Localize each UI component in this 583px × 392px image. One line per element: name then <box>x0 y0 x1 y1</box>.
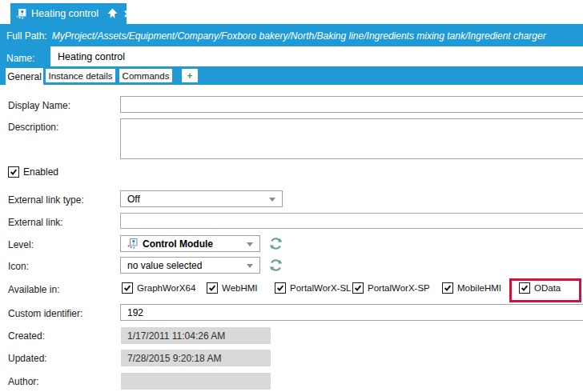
refresh-icon[interactable] <box>269 237 283 250</box>
document-tab-title: Heating control <box>31 8 99 19</box>
updated-timestamp: 7/28/2015 9:20:18 AM <box>127 353 221 364</box>
external-link-type-label: External link type: <box>8 194 84 206</box>
navigate-up-icon[interactable] <box>107 8 119 19</box>
checkbox-checked-icon <box>519 282 530 294</box>
checkbox-label: GraphWorX64 <box>137 283 195 293</box>
external-link-type-dropdown[interactable]: Off <box>120 190 283 207</box>
level-value: Control Module <box>143 238 213 250</box>
checkbox-checked-icon <box>122 282 133 294</box>
name-label: Name: <box>6 53 34 64</box>
custom-identifier-value: 192 <box>127 307 143 318</box>
checkbox-odata[interactable]: OData <box>519 282 561 294</box>
checkbox-label: PortalWorX-SL <box>290 283 351 293</box>
full-path-label: Full Path: <box>6 30 47 42</box>
tab-general[interactable]: General <box>6 68 43 85</box>
close-icon[interactable]: ✕ <box>123 9 132 19</box>
created-value: 1/17/2011 11:04:26 AM <box>121 327 271 344</box>
document-tab[interactable]: Heating control ✕ <box>10 3 127 24</box>
checkbox-checked-icon <box>207 282 218 294</box>
breadcrumb: MyProject/Assets/Equipment/Company/Foxbo… <box>52 30 546 42</box>
full-path-row: Full Path:MyProject/Assets/Equipment/Com… <box>6 30 546 42</box>
created-timestamp: 1/17/2011 11:04:26 AM <box>127 330 225 342</box>
checkbox-checked-icon <box>8 166 19 178</box>
name-value: Heating control <box>58 51 125 62</box>
control-module-icon <box>16 9 26 19</box>
checkbox-portalworx-sl[interactable]: PortalWorX-SL <box>275 282 351 294</box>
checkbox-label: PortalWorX-SP <box>368 283 430 293</box>
display-name-label: Display Name: <box>8 100 70 111</box>
description-textarea[interactable] <box>120 118 583 159</box>
external-link-type-value: Off <box>127 194 140 205</box>
author-value <box>121 373 271 390</box>
icon-label: Icon: <box>8 261 29 272</box>
asset-property-editor: Heating control ✕ Full Path:MyProject/As… <box>0 0 583 392</box>
checkbox-graphworx64[interactable]: GraphWorX64 <box>122 282 195 294</box>
external-link-label: External link: <box>8 217 63 228</box>
author-label: Author: <box>8 376 39 387</box>
external-link-input[interactable] <box>120 213 583 229</box>
level-dropdown[interactable]: Control Module <box>120 235 260 252</box>
custom-identifier-label: Custom identifier: <box>8 308 82 319</box>
icon-dropdown[interactable]: no value selected <box>120 257 260 274</box>
updated-label: Updated: <box>8 353 47 364</box>
enabled-label: Enabled <box>23 166 58 178</box>
checkbox-checked-icon <box>442 282 453 294</box>
custom-identifier-input[interactable]: 192 <box>120 304 583 321</box>
updated-value: 7/28/2015 9:20:18 AM <box>121 350 271 366</box>
checkbox-label: MobileHMI <box>457 283 501 293</box>
chevron-down-icon <box>269 198 275 202</box>
chevron-down-icon <box>247 242 253 246</box>
enabled-checkbox[interactable]: Enabled <box>8 166 58 178</box>
refresh-icon[interactable] <box>269 258 283 272</box>
checkbox-mobilehmi[interactable]: MobileHMI <box>442 282 501 294</box>
name-input[interactable]: Heating control <box>50 46 583 66</box>
control-module-icon <box>127 238 138 249</box>
chevron-down-icon <box>247 264 253 268</box>
created-label: Created: <box>8 330 45 342</box>
checkbox-checked-icon <box>275 282 286 294</box>
checkbox-checked-icon <box>352 282 364 294</box>
icon-value: no value selected <box>127 260 202 271</box>
description-label: Description: <box>8 122 58 133</box>
checkbox-label: OData <box>534 283 561 293</box>
tab-add[interactable]: + <box>182 69 198 82</box>
level-label: Level: <box>8 239 34 250</box>
checkbox-webhmi[interactable]: WebHMI <box>207 282 258 294</box>
tab-instance-details[interactable]: Instance details <box>46 69 115 82</box>
tab-commands[interactable]: Commands <box>119 69 172 82</box>
checkbox-label: WebHMI <box>222 283 258 293</box>
checkbox-portalworx-sp[interactable]: PortalWorX-SP <box>352 282 430 294</box>
available-in-label: Available in: <box>8 284 60 295</box>
display-name-input[interactable] <box>120 96 583 113</box>
